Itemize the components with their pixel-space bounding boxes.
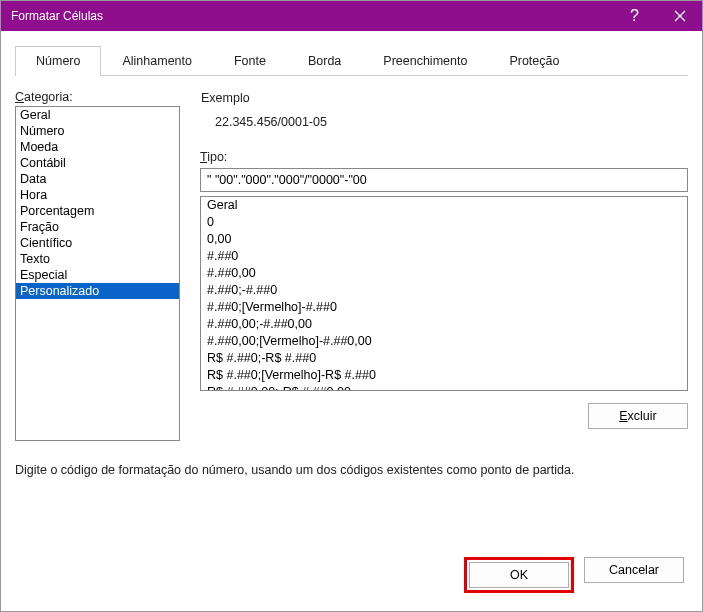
format-item[interactable]: R$ #.##0;[Vermelho]-R$ #.##0 (201, 367, 687, 384)
close-button[interactable] (657, 1, 702, 31)
format-cells-dialog: Formatar Células ? Número Alinhamento Fo… (0, 0, 703, 612)
format-item[interactable]: 0,00 (201, 231, 687, 248)
format-list[interactable]: Geral 0 0,00 #.##0 #.##0,00 #.##0;-#.##0… (200, 196, 688, 391)
format-item[interactable]: #.##0 (201, 248, 687, 265)
format-item[interactable]: #.##0,00;-#.##0,00 (201, 316, 687, 333)
tab-fill[interactable]: Preenchimento (362, 46, 488, 76)
tab-border[interactable]: Borda (287, 46, 362, 76)
dialog-footer: OK Cancelar (464, 557, 684, 593)
example-value: 22.345.456/0001-05 (201, 115, 687, 129)
tab-font[interactable]: Fonte (213, 46, 287, 76)
ok-button[interactable]: OK (469, 562, 569, 588)
tab-alignment[interactable]: Alinhamento (101, 46, 213, 76)
category-item[interactable]: Texto (16, 251, 179, 267)
format-item[interactable]: 0 (201, 214, 687, 231)
category-item[interactable]: Fração (16, 219, 179, 235)
titlebar: Formatar Células ? (1, 1, 702, 31)
tab-number[interactable]: Número (15, 46, 101, 76)
example-label: Exemplo (201, 91, 687, 105)
category-item[interactable]: Porcentagem (16, 203, 179, 219)
category-item[interactable]: Moeda (16, 139, 179, 155)
category-item[interactable]: Contábil (16, 155, 179, 171)
window-title: Formatar Células (11, 9, 103, 23)
delete-button[interactable]: Excluir (588, 403, 688, 429)
tab-protection[interactable]: Proteção (488, 46, 580, 76)
format-item[interactable]: Geral (201, 197, 687, 214)
help-button[interactable]: ? (612, 1, 657, 31)
format-item[interactable]: #.##0,00;[Vermelho]-#.##0,00 (201, 333, 687, 350)
category-item[interactable]: Especial (16, 267, 179, 283)
category-item[interactable]: Hora (16, 187, 179, 203)
category-item[interactable]: Data (16, 171, 179, 187)
category-label: Categoria: (15, 90, 180, 104)
category-item[interactable]: Número (16, 123, 179, 139)
category-item[interactable]: Personalizado (16, 283, 179, 299)
format-item[interactable]: #.##0,00 (201, 265, 687, 282)
type-label: Tipo: (200, 150, 688, 164)
category-item[interactable]: Geral (16, 107, 179, 123)
close-icon (674, 10, 686, 22)
tabs: Número Alinhamento Fonte Borda Preenchim… (15, 45, 688, 76)
type-input[interactable] (200, 168, 688, 192)
format-item[interactable]: R$ #.##0;-R$ #.##0 (201, 350, 687, 367)
format-item[interactable]: R$ #.##0,00;-R$ #.##0,00 (201, 384, 687, 391)
format-item[interactable]: #.##0;[Vermelho]-#.##0 (201, 299, 687, 316)
category-item[interactable]: Científico (16, 235, 179, 251)
ok-highlight: OK (464, 557, 574, 593)
format-item[interactable]: #.##0;-#.##0 (201, 282, 687, 299)
hint-text: Digite o código de formatação do número,… (15, 463, 688, 477)
category-list[interactable]: Geral Número Moeda Contábil Data Hora Po… (15, 106, 180, 441)
cancel-button[interactable]: Cancelar (584, 557, 684, 583)
